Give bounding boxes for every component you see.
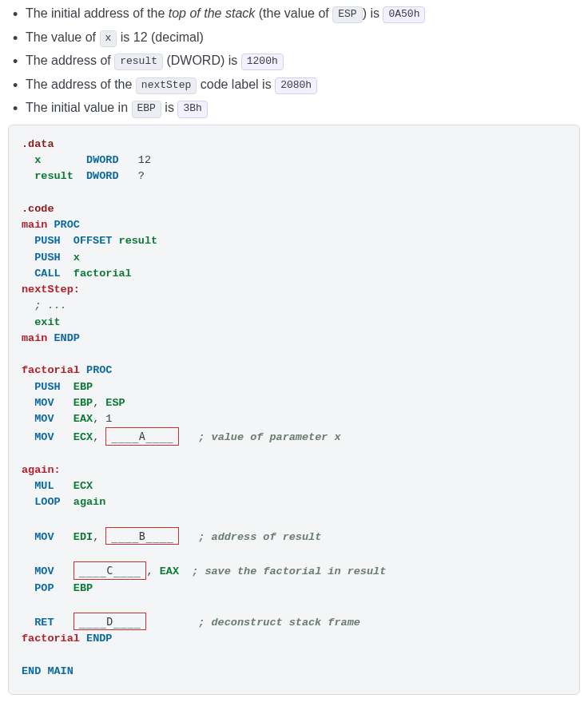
italic-phrase: top of the stack	[169, 6, 256, 20]
identifier: again	[74, 496, 106, 508]
value-chip: 2080h	[275, 77, 317, 94]
bullet-text: is	[161, 101, 177, 114]
proc-name: factorial	[22, 364, 80, 376]
fill-blank-d[interactable]: ____D____	[74, 613, 147, 630]
bullet-list: The initial address of the top of the st…	[6, 3, 582, 118]
directive: .data	[22, 138, 54, 150]
instruction: PUSH	[34, 381, 60, 393]
keyword: ENDP	[54, 332, 80, 344]
bullet-text: ) is	[363, 6, 383, 20]
label: nextStep:	[22, 284, 80, 296]
keyword: PROC	[86, 364, 112, 376]
instruction: PUSH	[34, 235, 60, 247]
bullet-item: The value of x is 12 (decimal)	[26, 27, 582, 48]
bullet-text: The address of	[26, 54, 114, 67]
register: ECX	[74, 431, 93, 443]
keyword: DWORD	[86, 170, 119, 182]
proc-name: main	[22, 332, 47, 344]
proc-name: main	[22, 219, 47, 231]
register: ECX	[74, 480, 93, 492]
variable-chip: nextStep	[136, 77, 197, 94]
identifier: x	[74, 252, 80, 264]
bullet-text: The value of	[26, 30, 100, 44]
register: EAX	[160, 565, 179, 577]
fill-blank-c[interactable]: ____C____	[74, 561, 147, 579]
register: EBP	[74, 381, 93, 393]
register: EBP	[74, 397, 93, 409]
bullet-item: The address of result (DWORD) is 1200h	[26, 50, 582, 71]
bullet-item: The initial address of the top of the st…	[26, 3, 582, 24]
identifier: result	[34, 170, 74, 182]
bullet-text: is 12 (decimal)	[117, 30, 203, 44]
instruction: MOV	[34, 565, 54, 577]
instruction: POP	[34, 582, 54, 594]
bullet-text: (the value of	[255, 6, 332, 20]
value-chip: 0A50h	[383, 6, 425, 23]
fill-blank-b[interactable]: ____B____	[105, 527, 179, 545]
number: 12	[138, 154, 151, 166]
variable-chip: EBP	[132, 101, 161, 117]
label: again:	[22, 464, 61, 476]
text: ?	[138, 170, 145, 182]
proc-name: factorial	[22, 633, 80, 645]
register: ESP	[105, 397, 125, 409]
value-chip: 1200h	[241, 54, 284, 70]
comment: ; value of parameter x	[198, 431, 340, 443]
keyword: OFFSET	[74, 235, 113, 247]
identifier: factorial	[74, 268, 132, 280]
bullet-item: The initial value in EBP is 3Bh	[26, 97, 582, 118]
instruction: LOOP	[34, 496, 60, 508]
identifier: result	[119, 235, 158, 247]
variable-chip: x	[100, 30, 117, 47]
register: EBP	[74, 582, 93, 594]
bullet-text: The initial value in	[26, 101, 132, 114]
keyword: END	[22, 665, 41, 677]
bullet-text: The address of the	[26, 77, 136, 91]
instruction: MOV	[34, 413, 54, 425]
instruction: MUL	[34, 480, 54, 492]
keyword: MAIN	[47, 665, 73, 677]
identifier: x	[34, 154, 41, 166]
code-block: .data x DWORD 12 result DWORD ? .code ma…	[8, 125, 580, 695]
comment: ; deconstruct stack frame	[198, 617, 360, 629]
bullet-text: code label is	[197, 77, 275, 91]
variable-chip: ESP	[332, 6, 362, 23]
instruction: MOV	[34, 531, 54, 543]
register: EDI	[74, 531, 93, 543]
variable-chip: result	[114, 54, 163, 70]
identifier: exit	[34, 316, 60, 328]
comment: ; address of result	[198, 531, 321, 543]
register: EAX	[74, 413, 93, 425]
instruction: PUSH	[34, 252, 60, 264]
keyword: ENDP	[86, 633, 112, 645]
bullet-item: The address of the nextStep code label i…	[26, 74, 582, 95]
instruction: MOV	[34, 431, 54, 443]
keyword: DWORD	[86, 154, 119, 166]
directive: .code	[22, 203, 54, 215]
fill-blank-a[interactable]: ____A____	[105, 427, 179, 445]
keyword: PROC	[54, 219, 80, 231]
instruction: CALL	[34, 268, 60, 280]
instruction: MOV	[34, 397, 54, 409]
comment: ; ...	[34, 299, 67, 311]
comment: ; save the factorial in result	[192, 565, 386, 577]
value-chip: 3Bh	[177, 101, 207, 117]
number: 1	[105, 413, 112, 425]
bullet-text: (DWORD) is	[163, 54, 241, 67]
instruction: RET	[34, 617, 54, 629]
bullet-text: The initial address of the	[26, 6, 169, 20]
